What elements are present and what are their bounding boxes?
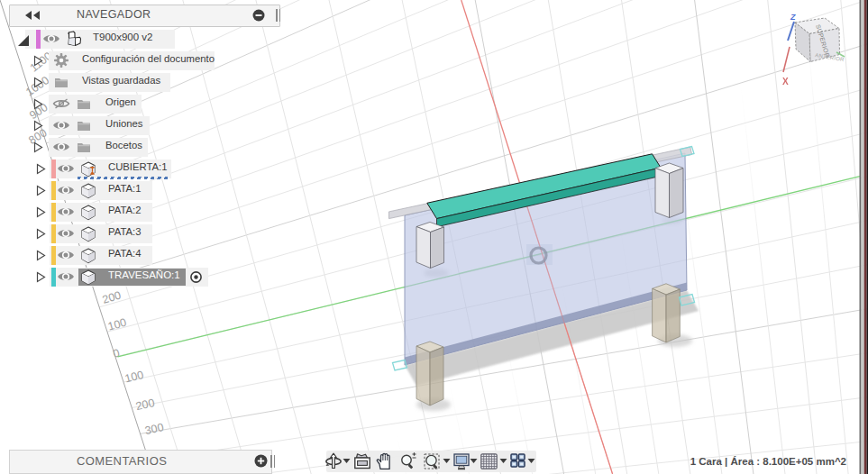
svg-text:100: 100 — [123, 369, 145, 386]
svg-text:Z: Z — [790, 13, 796, 22]
svg-text:0: 0 — [112, 346, 121, 360]
svg-text:X: X — [782, 77, 789, 87]
svg-text:300: 300 — [144, 421, 165, 437]
svg-text:200: 200 — [101, 289, 123, 306]
svg-text:200: 200 — [134, 397, 156, 413]
svg-text:100: 100 — [106, 316, 128, 333]
